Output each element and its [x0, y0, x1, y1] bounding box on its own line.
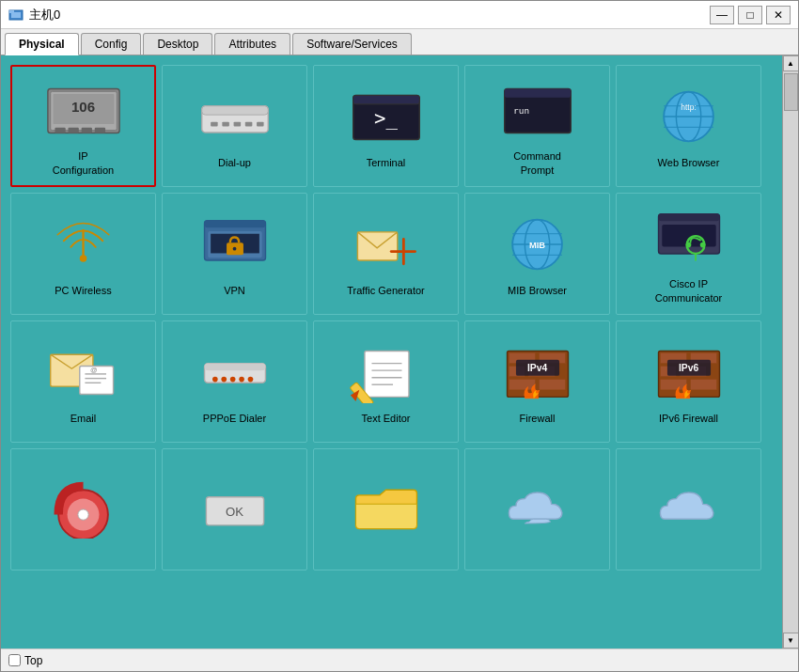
icon-email[interactable]: @ Email	[10, 320, 156, 443]
icon-pppoe[interactable]: PPPoE Dialer	[162, 320, 307, 443]
icon-text-editor[interactable]: Text Editor	[313, 320, 459, 443]
ipv6-firewall-image: IPv6	[651, 337, 727, 408]
svg-text:http:: http:	[681, 103, 696, 113]
icon-terminal[interactable]: >_ Terminal	[313, 65, 459, 187]
text-editor-label: Text Editor	[362, 412, 411, 425]
svg-rect-14	[222, 122, 229, 127]
firewall-image: IPv4	[500, 337, 575, 408]
vpn-label: VPN	[224, 284, 245, 297]
svg-text:>_: >_	[374, 108, 398, 131]
svg-point-63	[221, 377, 227, 383]
pc-wireless-image	[46, 210, 121, 280]
svg-rect-17	[257, 122, 264, 127]
svg-rect-33	[204, 221, 265, 228]
icon-cisco-ip[interactable]: Cisco IPCommunicator	[616, 193, 761, 315]
icon-command-prompt[interactable]: run CommandPrompt	[464, 65, 610, 187]
scrollbar[interactable]: ▲ ▼	[782, 55, 798, 649]
svg-text:@: @	[90, 366, 98, 374]
minimize-button[interactable]: —	[710, 6, 734, 24]
window-icon	[8, 8, 24, 23]
tab-physical[interactable]: Physical	[5, 33, 79, 55]
tab-desktop[interactable]: Desktop	[143, 33, 212, 55]
svg-text:106: 106	[70, 99, 94, 115]
scroll-up-button[interactable]: ▲	[783, 55, 799, 71]
title-controls: — □ ✕	[710, 6, 791, 24]
extra5-image	[651, 473, 727, 543]
svg-text:run: run	[513, 105, 529, 116]
web-browser-image: http:	[651, 82, 727, 152]
svg-point-52	[699, 242, 705, 248]
svg-rect-19	[352, 96, 419, 104]
svg-rect-48	[658, 214, 719, 222]
tab-attributes[interactable]: Attributes	[214, 33, 290, 55]
svg-rect-16	[244, 122, 252, 127]
mib-browser-label: MIB Browser	[508, 284, 567, 297]
ip-config-label: IPConfiguration	[53, 149, 114, 177]
icon-extra2[interactable]: OK	[162, 448, 307, 570]
svg-rect-8	[68, 128, 78, 133]
svg-text:IPv6: IPv6	[678, 363, 698, 373]
mib-browser-image: MIB	[500, 210, 575, 280]
icon-disk[interactable]	[10, 448, 156, 570]
top-checkbox[interactable]	[8, 654, 21, 666]
icon-folder[interactable]	[313, 448, 459, 570]
disk-image	[46, 473, 121, 543]
icons-grid: 106 IPConfiguration	[10, 65, 773, 570]
icon-traffic-generator[interactable]: Traffic Generator	[313, 193, 459, 315]
svg-point-94	[77, 508, 87, 519]
svg-text:OK: OK	[226, 505, 243, 519]
content-area: 106 IPConfiguration	[1, 55, 798, 649]
command-prompt-image: run	[500, 75, 575, 146]
svg-point-65	[239, 377, 244, 383]
icon-dialup[interactable]: Dial-up	[162, 65, 307, 187]
tab-bar: Physical Config Desktop Attributes Softw…	[1, 29, 798, 55]
svg-rect-67	[364, 352, 408, 398]
status-bar: Top	[1, 649, 798, 671]
svg-rect-61	[204, 364, 265, 371]
top-checkbox-container: Top	[8, 654, 42, 667]
traffic-generator-image	[349, 210, 424, 280]
tab-config[interactable]: Config	[81, 33, 142, 55]
pppoe-image	[197, 337, 273, 408]
pppoe-label: PPPoE Dialer	[203, 412, 266, 425]
title-bar-left: 主机0	[8, 7, 60, 23]
window-title: 主机0	[29, 7, 60, 23]
svg-rect-22	[504, 89, 571, 98]
icon-extra5[interactable]	[616, 448, 761, 570]
title-bar: 主机0 — □ ✕	[1, 1, 798, 29]
icon-pc-wireless[interactable]: PC Wireless	[10, 193, 156, 315]
scroll-down-button[interactable]: ▼	[783, 633, 799, 649]
icons-container[interactable]: 106 IPConfiguration	[1, 55, 782, 649]
dialup-label: Dial-up	[218, 156, 251, 169]
icon-cloud[interactable]	[464, 448, 610, 570]
svg-point-51	[685, 242, 691, 248]
icon-ipv6-firewall[interactable]: IPv6 IPv6 Firewall	[616, 320, 761, 443]
svg-rect-10	[94, 128, 104, 133]
terminal-image: >_	[349, 82, 424, 152]
svg-rect-13	[211, 122, 218, 127]
svg-point-62	[212, 377, 218, 383]
tab-software[interactable]: Software/Services	[292, 33, 412, 55]
svg-point-37	[232, 247, 236, 251]
cisco-ip-label: Cisco IPCommunicator	[655, 277, 723, 305]
icon-mib-browser[interactable]: MIB MIB Browser	[464, 193, 610, 315]
icon-firewall[interactable]: IPv4 Firewall	[464, 320, 610, 443]
svg-point-66	[247, 377, 253, 383]
firewall-label: Firewall	[520, 412, 556, 425]
top-checkbox-label: Top	[24, 654, 42, 667]
scrollbar-thumb[interactable]	[784, 73, 798, 111]
maximize-button[interactable]: □	[738, 6, 762, 24]
email-image: @	[46, 337, 121, 408]
traffic-generator-label: Traffic Generator	[347, 284, 425, 297]
icon-web-browser[interactable]: http: Web Browser	[616, 65, 761, 187]
pc-wireless-label: PC Wireless	[55, 284, 112, 297]
web-browser-label: Web Browser	[658, 156, 720, 169]
icon-vpn[interactable]: VPN	[162, 193, 307, 315]
close-button[interactable]: ✕	[766, 6, 791, 24]
svg-rect-9	[81, 128, 91, 133]
ipv6-firewall-label: IPv6 Firewall	[659, 412, 718, 425]
main-window: 主机0 — □ ✕ Physical Config Desktop Attrib…	[0, 0, 799, 672]
svg-rect-12	[201, 106, 268, 115]
icon-ip-configuration[interactable]: 106 IPConfiguration	[10, 65, 156, 187]
ip-config-image: 106	[46, 75, 121, 146]
